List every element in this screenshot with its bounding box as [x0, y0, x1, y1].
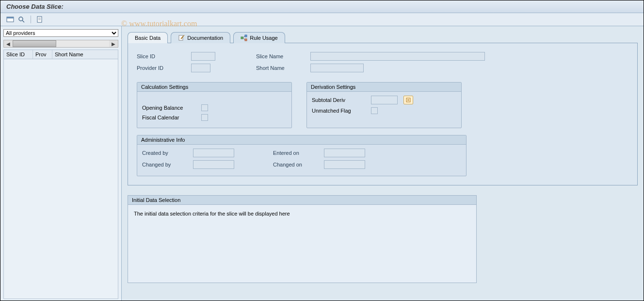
svg-rect-14	[406, 98, 410, 102]
svg-line-12	[243, 36, 245, 38]
toolbar-separator	[31, 16, 31, 23]
changed-on-label: Changed on	[273, 162, 319, 167]
entered-on-label: Entered on	[273, 150, 319, 156]
derivation-settings-group: Derivation Settings Subtotal Deriv Unmat…	[306, 82, 462, 128]
svg-line-3	[22, 20, 24, 22]
entered-on-field[interactable]	[324, 149, 365, 157]
page-title: Choose Data Slice:	[6, 3, 64, 10]
fiscal-calendar-checkbox[interactable]	[201, 114, 208, 121]
svg-rect-9	[241, 37, 243, 39]
tab-label: Basic Data	[135, 35, 161, 41]
initial-data-selection-body: The initial data selection criteria for …	[128, 205, 476, 283]
administrative-info-group: Administrative Info Created by Entered o…	[137, 135, 467, 176]
subtotal-deriv-field[interactable]	[371, 96, 398, 104]
col-short-name[interactable]: Short Name	[52, 50, 118, 59]
scroll-thumb[interactable]	[13, 40, 56, 47]
svg-rect-4	[37, 17, 42, 22]
created-by-label: Created by	[142, 150, 188, 156]
initial-data-selection-text: The initial data selection criteria for …	[134, 211, 290, 217]
row-slice-id-name: Slice ID Slice Name	[137, 52, 628, 61]
link-icon	[241, 34, 247, 41]
svg-point-2	[19, 17, 23, 21]
horizontal-scrollbar[interactable]: ◀ ▶	[3, 40, 118, 48]
administrative-info-title: Administrative Info	[137, 135, 466, 145]
provider-id-label: Provider ID	[137, 65, 185, 71]
changed-by-label: Changed by	[142, 162, 188, 167]
scroll-track[interactable]	[13, 40, 109, 47]
header: Choose Data Slice:	[0, 0, 644, 13]
calculation-settings-title: Calculation Settings	[137, 83, 291, 92]
calculation-settings-group: Calculation Settings Opening Balance Fis…	[137, 82, 292, 128]
opening-balance-checkbox[interactable]	[201, 104, 208, 111]
col-prov[interactable]: Prov	[33, 50, 52, 59]
toolbar	[0, 13, 644, 26]
svg-rect-11	[245, 39, 247, 41]
unmatched-flag-label: Unmatched Flag	[312, 108, 365, 114]
created-by-field[interactable]	[193, 149, 234, 157]
right-panel: Basic Data Documentation Rule Usage Slic…	[122, 26, 644, 301]
initial-data-selection-group: Initial Data Selection The initial data …	[128, 195, 477, 283]
short-name-field[interactable]	[310, 64, 364, 72]
tab-label: Rule Usage	[250, 35, 277, 41]
page-icon[interactable]	[35, 15, 45, 24]
svg-rect-10	[245, 35, 247, 37]
tab-basic-data[interactable]: Basic Data	[128, 32, 168, 43]
provider-select[interactable]: All providers	[3, 29, 118, 37]
fiscal-calendar-label: Fiscal Calendar	[142, 115, 195, 120]
tab-documentation[interactable]: Documentation	[171, 32, 230, 43]
window-icon[interactable]	[5, 15, 15, 24]
changed-on-field[interactable]	[324, 160, 365, 169]
svg-line-13	[243, 38, 245, 40]
opening-balance-label: Opening Balance	[142, 105, 195, 111]
subtotal-deriv-label: Subtotal Deriv	[312, 97, 365, 103]
main: All providers ◀ ▶ Slice ID Prov Short Na…	[0, 26, 644, 301]
scroll-right-icon[interactable]: ▶	[109, 40, 118, 47]
slice-name-field[interactable]	[310, 52, 485, 61]
tabstrip: Basic Data Documentation Rule Usage	[128, 32, 638, 43]
svg-rect-1	[7, 17, 14, 18]
grid-header: Slice ID Prov Short Name	[3, 50, 118, 59]
row-provider-shortname: Provider ID Short Name	[137, 64, 628, 72]
provider-id-field[interactable]	[191, 64, 210, 72]
scroll-left-icon[interactable]: ◀	[4, 40, 13, 47]
tab-content-basic-data: Slice ID Slice Name Provider ID Short Na…	[128, 43, 638, 185]
changed-by-field[interactable]	[193, 160, 234, 169]
provider-select-wrap: All providers	[3, 29, 118, 37]
unmatched-flag-checkbox[interactable]	[371, 107, 378, 114]
tab-rule-usage[interactable]: Rule Usage	[233, 32, 285, 43]
initial-data-selection-title: Initial Data Selection	[128, 196, 476, 205]
slice-name-label: Slice Name	[256, 53, 305, 59]
magnifier-icon[interactable]	[17, 15, 27, 24]
short-name-label: Short Name	[256, 65, 305, 71]
derivation-settings-title: Derivation Settings	[307, 83, 461, 92]
col-slice-id[interactable]: Slice ID	[4, 50, 33, 59]
subtotal-deriv-detail-button[interactable]	[403, 96, 413, 104]
edit-icon	[178, 34, 185, 41]
left-panel: All providers ◀ ▶ Slice ID Prov Short Na…	[0, 26, 122, 301]
tab-label: Documentation	[187, 35, 223, 41]
slice-id-label: Slice ID	[137, 53, 185, 59]
grid-body[interactable]	[3, 59, 118, 299]
slice-id-field[interactable]	[191, 52, 215, 61]
